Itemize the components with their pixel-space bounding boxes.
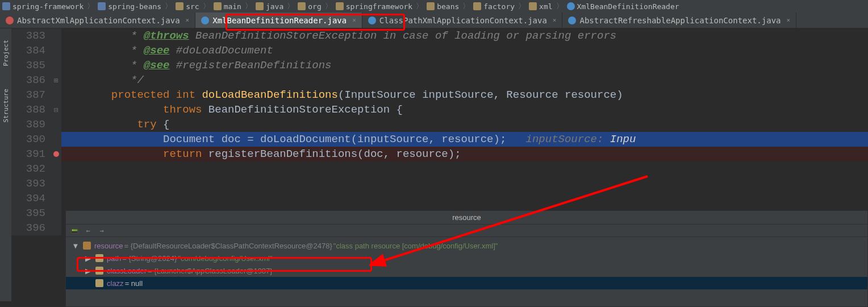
breadcrumb-item[interactable]: java	[256, 2, 283, 11]
gutter-mark[interactable]	[51, 161, 61, 176]
gutter-mark[interactable]	[51, 147, 61, 161]
code-content[interactable]	[61, 161, 868, 176]
breadcrumb-label: src	[186, 2, 199, 11]
breadcrumb-item[interactable]: XmlBeanDefinitionReader	[567, 2, 679, 11]
line-number[interactable]: 396	[11, 221, 51, 235]
code-content[interactable]: try {	[61, 117, 868, 132]
nav-forward-icon[interactable]: →	[98, 227, 106, 235]
code-token: BeanDefinitionStoreException {	[208, 103, 403, 116]
variable-row[interactable]: clazz = null	[66, 277, 867, 289]
gutter-mark[interactable]	[51, 117, 61, 132]
gutter-mark[interactable]	[51, 206, 61, 221]
close-icon[interactable]: ×	[186, 16, 190, 24]
breadcrumb-item[interactable]: spring-framework	[2, 2, 84, 11]
line-number[interactable]: 385	[11, 58, 51, 73]
variable-row[interactable]: ▶path = {String@2624} "com/debug/config/…	[66, 252, 867, 264]
line-number[interactable]: 388	[11, 102, 51, 117]
code-content[interactable]: * @throws BeanDefinitionStoreException i…	[61, 28, 868, 43]
expand-icon[interactable]: ▶	[84, 254, 92, 263]
code-editor[interactable]: 383 * @throws BeanDefinitionStoreExcepti…	[11, 28, 868, 210]
folder-icon	[336, 2, 344, 10]
gutter-mark[interactable]	[51, 176, 61, 191]
breadcrumb-item[interactable]: beans	[427, 2, 459, 11]
line-number[interactable]: 393	[11, 176, 51, 191]
breadcrumb-item[interactable]: spring-beans	[98, 2, 161, 11]
line-number[interactable]: 395	[11, 206, 51, 221]
line-number[interactable]: 386	[11, 73, 51, 88]
gutter-mark[interactable]	[51, 43, 61, 58]
breadcrumb-item[interactable]: xml	[529, 2, 552, 11]
breadcrumb-label: java	[266, 2, 283, 11]
gutter-mark[interactable]	[51, 191, 61, 206]
code-line[interactable]: 393	[11, 176, 868, 191]
breadcrumb-item[interactable]: springframework	[336, 2, 412, 11]
code-token	[66, 148, 163, 160]
code-line[interactable]: 391 return registerBeanDefinitions(doc, …	[11, 147, 868, 161]
code-line[interactable]: 384 * @see #doLoadDocument	[11, 43, 868, 58]
breadcrumb-item[interactable]: src	[176, 2, 199, 11]
code-content[interactable]	[61, 191, 868, 206]
fold-icon[interactable]: ⊟	[54, 106, 59, 115]
breadcrumb-item[interactable]: org	[298, 2, 321, 11]
line-number[interactable]: 383	[11, 28, 51, 43]
folder-icon	[427, 2, 435, 10]
code-line[interactable]: 388⊟ throws BeanDefinitionStoreException…	[11, 102, 868, 117]
line-number[interactable]: 392	[11, 161, 51, 176]
variable-row[interactable]: ▶classLoader = {Launcher$AppClassLoader@…	[66, 264, 867, 277]
gutter-mark[interactable]	[51, 132, 61, 147]
gutter-mark[interactable]	[51, 88, 61, 102]
editor-tab[interactable]: XmlBeanDefinitionReader.java×	[195, 13, 362, 28]
nav-back-icon[interactable]: ←	[84, 227, 92, 235]
breadcrumb-item[interactable]: main	[214, 2, 241, 11]
breakpoint-icon[interactable]	[53, 151, 59, 157]
code-content[interactable]: * @see #registerBeanDefinitions	[61, 58, 868, 73]
code-content[interactable]	[61, 176, 868, 191]
module-icon	[2, 2, 10, 10]
code-line[interactable]: 385 * @see #registerBeanDefinitions	[11, 58, 868, 73]
fold-icon[interactable]: ⊞	[54, 77, 59, 85]
debug-toolbar: 📟 ← →	[66, 225, 867, 237]
variable-tree[interactable]: ▼resource = {DefaultResourceLoader$Class…	[66, 237, 867, 292]
code-content[interactable]: return registerBeanDefinitions(doc, reso…	[61, 147, 868, 161]
code-line[interactable]: 387 protected int doLoadBeanDefinitions(…	[11, 88, 868, 102]
editor-tab[interactable]: ClassPathXmlApplicationContext.java×	[362, 13, 563, 28]
code-line[interactable]: 394	[11, 191, 868, 206]
line-number[interactable]: 389	[11, 117, 51, 132]
folder-icon	[214, 2, 222, 10]
code-content[interactable]: Document doc = doLoadDocument(inputSourc…	[61, 132, 868, 147]
line-number[interactable]: 384	[11, 43, 51, 58]
code-token	[66, 103, 163, 116]
gutter-mark[interactable]: ⊟	[51, 102, 61, 117]
editor-tab[interactable]: AbstractXmlApplicationContext.java×	[0, 13, 195, 28]
code-line[interactable]: 386⊞ */	[11, 73, 868, 88]
gutter-mark[interactable]	[51, 221, 61, 235]
variable-row[interactable]: ▼resource = {DefaultResourceLoader$Class…	[66, 239, 867, 252]
evaluate-expression-icon[interactable]: 📟	[70, 227, 78, 235]
editor-tab[interactable]: AbstractRefreshableApplicationContext.ja…	[562, 13, 796, 28]
close-icon[interactable]: ×	[787, 16, 791, 24]
expand-icon[interactable]: ▶	[84, 267, 92, 275]
code-content[interactable]: protected int doLoadBeanDefinitions(Inpu…	[61, 88, 868, 102]
line-number[interactable]: 387	[11, 88, 51, 102]
code-line[interactable]: 389 try {	[11, 117, 868, 132]
line-number[interactable]: 391	[11, 147, 51, 161]
code-content[interactable]: */	[61, 73, 868, 88]
code-line[interactable]: 383 * @throws BeanDefinitionStoreExcepti…	[11, 28, 868, 43]
line-number[interactable]: 394	[11, 191, 51, 206]
close-icon[interactable]: ×	[553, 16, 557, 24]
tab-label: ClassPathXmlApplicationContext.java	[379, 16, 547, 25]
gutter-mark[interactable]	[51, 58, 61, 73]
code-content[interactable]: * @see #doLoadDocument	[61, 43, 868, 58]
expand-icon[interactable]: ▼	[72, 242, 80, 250]
close-icon[interactable]: ×	[352, 16, 356, 24]
line-number[interactable]: 390	[11, 132, 51, 147]
code-line[interactable]: 392	[11, 161, 868, 176]
code-line[interactable]: 390 Document doc = doLoadDocument(inputS…	[11, 132, 868, 147]
breadcrumb-item[interactable]: factory	[473, 2, 515, 11]
structure-tool-button[interactable]: Structure	[2, 89, 10, 123]
project-tool-button[interactable]: Project	[2, 40, 10, 66]
gutter-mark[interactable]	[51, 28, 61, 43]
gutter-mark[interactable]: ⊞	[51, 73, 61, 88]
variable-type: = {String@2624}	[122, 254, 177, 263]
code-content[interactable]: throws BeanDefinitionStoreException {	[61, 102, 868, 117]
